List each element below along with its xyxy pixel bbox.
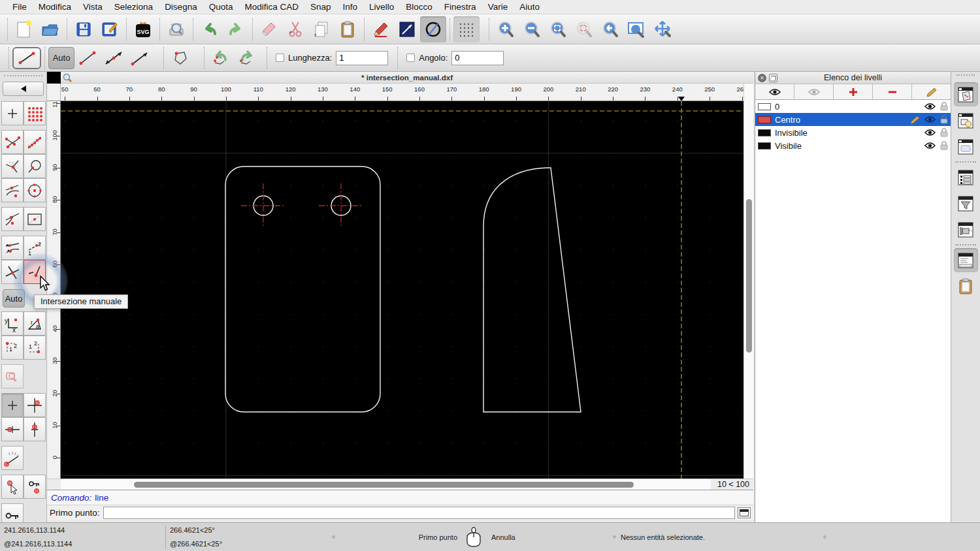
coordinate-polar-button[interactable]: ra (24, 311, 46, 336)
restrict-angle-button[interactable] (1, 446, 24, 470)
paste-button[interactable] (335, 16, 361, 42)
zoom-in-button[interactable] (493, 16, 519, 42)
menu-varie[interactable]: Varie (482, 0, 514, 14)
menu-seleziona[interactable]: Seleziona (108, 0, 159, 14)
snap-grid-button[interactable] (24, 101, 46, 125)
restrict-vertical-button[interactable] (24, 417, 46, 441)
layer-row-visibile[interactable]: Visibile (755, 139, 951, 152)
snap-auto-button[interactable]: Auto (3, 289, 25, 307)
relative-point-1-button[interactable]: 12 (1, 336, 24, 360)
toolbar-drag-handle[interactable] (956, 74, 975, 78)
menu-blocco[interactable]: Blocco (400, 0, 438, 14)
grid-toggle-button[interactable] (453, 16, 480, 42)
zoom-previous-button[interactable] (597, 16, 623, 42)
snap-entity-box-button[interactable] (24, 207, 46, 231)
undo-segment-button[interactable] (208, 47, 234, 69)
back-button[interactable] (3, 82, 44, 96)
snap-center-button[interactable] (24, 178, 46, 202)
drawing-canvas[interactable] (61, 101, 743, 479)
layer-visibility-eye-icon[interactable] (924, 129, 936, 136)
dock-library-browser-button[interactable] (954, 217, 978, 242)
menu-snap[interactable]: Snap (304, 0, 337, 14)
angle-checkbox[interactable] (406, 54, 415, 62)
save-button[interactable] (71, 16, 97, 42)
layer-row-0[interactable]: 0 (755, 100, 951, 113)
restrict-off-button[interactable] (1, 364, 24, 388)
layer-lock-icon[interactable] (940, 128, 948, 137)
pencil-icon[interactable] (910, 116, 920, 124)
print-preview-button[interactable] (163, 16, 189, 42)
restrict-horizontal-button[interactable] (1, 417, 24, 441)
menu-livello[interactable]: Livello (363, 0, 400, 14)
hide-all-layers-button[interactable] (794, 84, 834, 99)
layer-row-centro[interactable]: Centro (755, 113, 951, 126)
dock-block-list-button[interactable] (954, 108, 978, 133)
polyline-close-button[interactable] (167, 47, 193, 69)
pan-button[interactable] (649, 16, 676, 42)
save-as-button[interactable] (97, 16, 123, 42)
snap-tangent-button[interactable] (1, 178, 24, 202)
copy-button[interactable]: + (308, 16, 335, 42)
snap-endpoints-button[interactable] (1, 130, 24, 154)
dock-property-list-button[interactable] (954, 165, 978, 189)
snap-distance-manual-button[interactable]: 12 (24, 236, 46, 260)
layer-visibility-eye-icon[interactable] (924, 102, 936, 110)
snap-middle-button[interactable] (1, 207, 24, 231)
show-all-layers-button[interactable] (755, 84, 794, 99)
restrict-nothing-button[interactable] (1, 393, 24, 417)
snap-on-entity-button[interactable] (24, 130, 46, 154)
menu-aiuto[interactable]: Aiuto (514, 0, 546, 14)
horizontal-scrollbar-thumb[interactable] (134, 482, 634, 488)
svg-export-button[interactable]: SVG (130, 16, 156, 42)
toolbar-drag-handle[interactable] (4, 75, 42, 79)
current-tool-line-button[interactable] (12, 47, 41, 69)
snap-free-button[interactable] (1, 101, 24, 125)
dock-layer-list-button[interactable] (954, 82, 978, 106)
new-document-button[interactable] (11, 16, 37, 42)
remove-layer-button[interactable] (873, 84, 912, 99)
delete-button[interactable] (256, 16, 282, 42)
vertical-scrollbar-thumb[interactable] (746, 199, 752, 353)
length-checkbox[interactable] (276, 54, 284, 62)
layer-lock-icon[interactable] (940, 141, 948, 150)
command-history-toggle-button[interactable] (738, 507, 751, 518)
layer-visibility-eye-icon[interactable] (924, 142, 936, 150)
line-ray-button[interactable] (127, 47, 153, 69)
lock-relative-zero-button[interactable] (24, 475, 46, 499)
dock-view-list-button[interactable] (954, 134, 978, 159)
menu-modifica-cad[interactable]: Modifica CAD (238, 0, 304, 14)
menu-finestra[interactable]: Finestra (438, 0, 482, 14)
zoom-auto-button[interactable] (545, 16, 571, 42)
menu-modifica[interactable]: Modifica (33, 0, 77, 14)
dock-clipboard-button[interactable] (954, 274, 978, 298)
command-input[interactable] (103, 507, 735, 519)
menu-file[interactable]: File (7, 0, 33, 14)
detach-panel-icon[interactable]: ❐ (769, 74, 777, 82)
menu-info[interactable]: Info (337, 0, 364, 14)
cut-button[interactable]: + (282, 16, 308, 42)
redo-segment-button[interactable] (234, 47, 260, 69)
open-file-button[interactable] (37, 16, 63, 42)
menu-quota[interactable]: Quota (203, 0, 239, 14)
undo-button[interactable] (197, 16, 223, 42)
snap-perpendicular-button[interactable] (1, 154, 24, 178)
snap-distance-button[interactable] (1, 236, 24, 260)
restrict-orthogonal-button[interactable] (24, 393, 46, 417)
layer-lock-icon[interactable] (940, 102, 948, 111)
layer-row-invisibile[interactable]: Invisibile (755, 126, 951, 139)
dock-selection-filter-button[interactable] (954, 191, 978, 215)
edit-layer-button[interactable] (912, 84, 951, 99)
zoom-window-button[interactable] (623, 16, 649, 42)
set-relative-zero-button[interactable] (1, 475, 24, 499)
snap-reference-button[interactable] (24, 154, 46, 178)
line-tool-button[interactable] (394, 16, 420, 42)
line-auto-button[interactable]: Auto (48, 47, 74, 69)
layer-visibility-eye-icon[interactable] (924, 116, 936, 123)
edit-pencil-button[interactable] (368, 16, 394, 42)
draft-mode-button[interactable] (420, 16, 446, 42)
zoom-selection-button[interactable] (571, 16, 597, 42)
angle-input[interactable] (451, 51, 504, 65)
menu-disegna[interactable]: Disegna (159, 0, 203, 14)
coordinate-cartesian-button[interactable]: yx (1, 311, 24, 336)
layer-lock-icon[interactable] (940, 115, 948, 124)
